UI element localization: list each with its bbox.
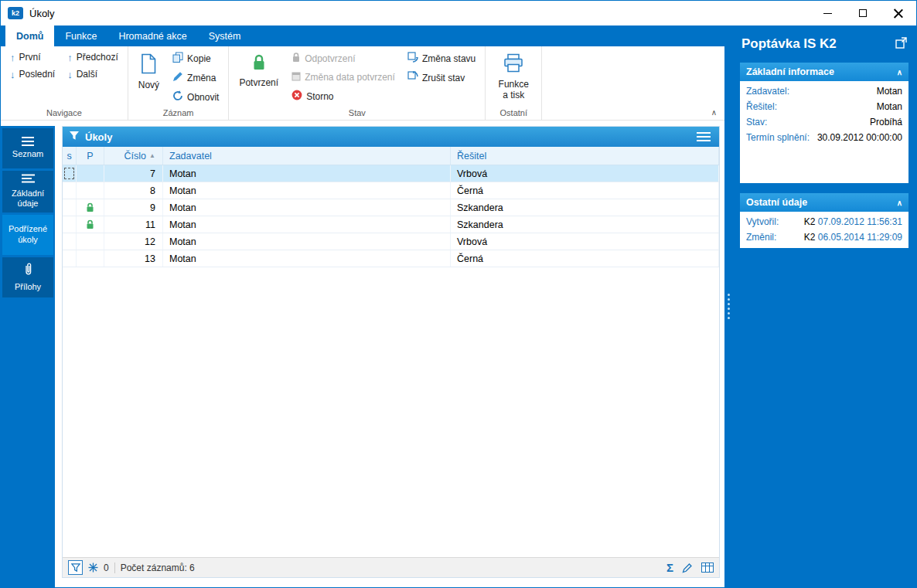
change-confirm-date-button[interactable]: Změna data potvrzení: [288, 69, 399, 86]
field-row: Změnil: K2 06.05.2014 11:29:09: [740, 229, 908, 245]
focus-cell-marker: [64, 219, 74, 230]
footer-divider: [114, 563, 115, 573]
section-title: Ostatní údaje: [746, 197, 807, 208]
paperclip-icon: [23, 262, 33, 278]
column-header-s[interactable]: s: [63, 147, 77, 165]
storno-button[interactable]: Storno: [288, 87, 399, 105]
group-label-stav: Stav: [234, 107, 479, 120]
app-window: k2 Úkoly Domů Funkce Hromadné akce Systé…: [0, 0, 917, 588]
ribbon-tab-bar: Domů Funkce Hromadné akce Systém: [1, 25, 724, 46]
sidebar-item-prilohy[interactable]: Přílohy: [2, 257, 53, 297]
cancel-state-button[interactable]: Zrušit stav: [404, 69, 479, 87]
previous-button[interactable]: ↑ Předchozí: [63, 49, 122, 65]
cell-zadavatel: Motan: [163, 216, 451, 233]
ribbon-group-navigace: ↑ První ↓ Poslední ↑ Předchozí: [1, 46, 128, 120]
maximize-button[interactable]: [845, 1, 881, 25]
table-row[interactable]: 11 Motan Szkandera: [63, 216, 719, 233]
cancel-circle-icon: [291, 90, 302, 103]
tab-system[interactable]: Systém: [198, 25, 252, 46]
functions-print-button[interactable]: Funkce a tisk: [491, 49, 536, 102]
collapse-chevron-icon: ∧: [897, 68, 902, 76]
table-row[interactable]: 13 Motan Černá: [63, 250, 719, 267]
freeze-count: 0: [104, 563, 109, 573]
window-title: Úkoly: [29, 8, 55, 19]
grid-settings-icon[interactable]: [701, 563, 714, 573]
gray-calendar-icon: [291, 71, 301, 83]
focus-cell-marker: [64, 236, 74, 247]
tab-funkce[interactable]: Funkce: [54, 25, 107, 46]
close-icon: [894, 8, 903, 18]
last-button[interactable]: ↓ Poslední: [6, 66, 59, 82]
panel-splitter[interactable]: [724, 25, 732, 587]
section-body: Vytvořil: K2 07.09.2012 11:56:31 Změnil:…: [740, 212, 908, 248]
edit-button[interactable]: Změna: [169, 69, 223, 87]
arrow-up-icon: ↑: [10, 53, 15, 63]
sidebar-item-zakladni-udaje[interactable]: Základní údaje: [2, 171, 53, 212]
unconfirm-button[interactable]: Odpotvrzení: [288, 49, 399, 67]
row-s-cell: [63, 233, 77, 250]
table-row[interactable]: 12 Motan Vrbová: [63, 233, 719, 250]
tab-domu[interactable]: Domů: [5, 25, 54, 46]
row-p-cell: [77, 250, 104, 267]
copy-icon: [172, 52, 183, 65]
cell-zadavatel: Motan: [163, 182, 451, 199]
focus-cell-marker: [64, 168, 74, 179]
grid-menu-icon[interactable]: [694, 130, 713, 144]
field-label: Změnil:: [746, 232, 776, 243]
field-row: Vytvořil: K2 07.09.2012 11:56:31: [740, 214, 908, 229]
refresh-button[interactable]: Obnovit: [169, 88, 223, 106]
refresh-icon: [172, 90, 183, 104]
next-button[interactable]: ↓ Další: [63, 66, 122, 82]
section-header[interactable]: Základní informace ∧: [740, 63, 908, 81]
cell-zadavatel: Motan: [163, 250, 451, 267]
row-s-cell: [63, 182, 77, 199]
confirm-button[interactable]: Potvrzení: [234, 49, 283, 90]
column-header-cislo[interactable]: Číslo ▲: [104, 147, 163, 165]
list-details-icon: [22, 174, 35, 185]
cell-resitel: Vrbová: [451, 165, 719, 182]
change-state-button[interactable]: Změna stavu: [404, 49, 479, 67]
section-title: Základní informace: [746, 66, 834, 77]
ribbon-collapse-chevron-icon[interactable]: ∧: [711, 108, 717, 117]
sidebar-item-label: Podřízené úkoly: [4, 224, 52, 244]
column-header-zadavatel[interactable]: Zadavatel: [163, 147, 451, 165]
column-header-p[interactable]: P: [77, 147, 104, 165]
table-row[interactable]: 9 Motan Szkandera: [63, 199, 719, 216]
refresh-label: Obnovit: [187, 92, 219, 103]
row-s-cell: [63, 199, 77, 216]
cell-cislo: 9: [104, 199, 163, 216]
menu-icon: [22, 137, 34, 146]
functions-print-label: Funkce a tisk: [496, 80, 531, 101]
gray-lock-icon: [291, 52, 301, 65]
left-area: Domů Funkce Hromadné akce Systém ↑ První: [1, 25, 724, 587]
sidebar-item-seznam[interactable]: Seznam: [2, 128, 53, 168]
freeze-icon[interactable]: [88, 563, 98, 573]
new-button[interactable]: Nový: [134, 49, 164, 93]
table-row[interactable]: 7 Motan Vrbová: [63, 165, 719, 182]
copy-button[interactable]: Kopie: [169, 49, 223, 67]
tab-hromadne-akce[interactable]: Hromadné akce: [107, 25, 197, 46]
column-header-resitel[interactable]: Řešitel: [451, 147, 719, 165]
cell-cislo: 7: [104, 165, 163, 182]
sum-icon[interactable]: Σ: [666, 561, 673, 574]
minimize-button[interactable]: [810, 1, 845, 25]
cell-resitel: Szkandera: [451, 199, 719, 216]
field-label: Vytvořil:: [746, 216, 779, 227]
section-header[interactable]: Ostatní údaje ∧: [740, 193, 908, 212]
new-document-icon: [140, 53, 157, 77]
section-zakladni-informace: Základní informace ∧ Zadavatel: Motan Ře…: [740, 63, 908, 183]
field-row: Stav: Probíhá: [740, 114, 908, 130]
first-button[interactable]: ↑ První: [6, 49, 59, 65]
filter-toggle-button[interactable]: [68, 560, 83, 575]
field-row: Termín splnění: 30.09.2012 00:00:00: [740, 130, 908, 145]
close-button[interactable]: [881, 1, 916, 25]
edit-pencil-icon[interactable]: [682, 563, 693, 573]
sidebar-item-podrizene-ukoly[interactable]: Podřízené úkoly: [2, 215, 53, 255]
sidebar: Seznam Základní údaje Podřízené úkoly: [1, 126, 55, 587]
table-row[interactable]: 8 Motan Černá: [63, 182, 719, 199]
cell-zadavatel: Motan: [163, 165, 451, 182]
open-external-icon[interactable]: [895, 37, 907, 52]
row-s-cell: [63, 216, 77, 233]
lock-icon: [86, 219, 94, 229]
change-confirm-date-label: Změna data potvrzení: [305, 72, 395, 83]
